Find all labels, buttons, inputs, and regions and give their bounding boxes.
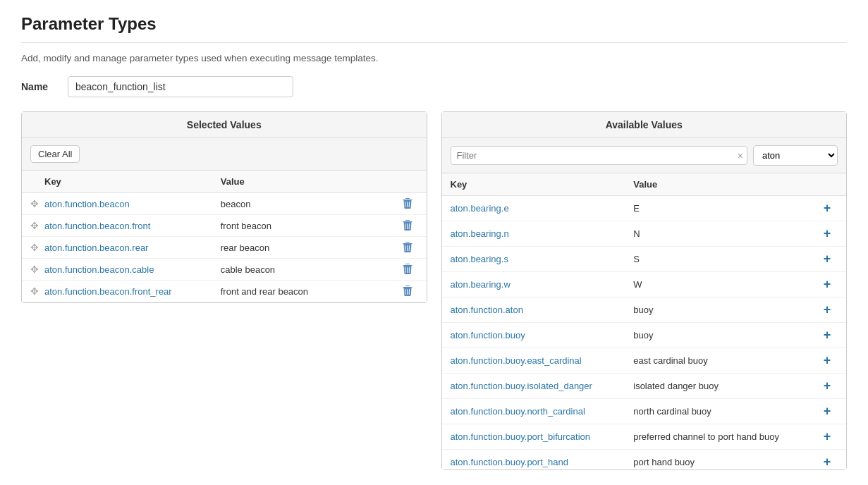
plus-icon: + [824,226,831,241]
row-value: preferred channel to port hand buoy [633,431,817,442]
table-row: aton.function.buoy.north_cardinal north … [442,399,847,424]
table-row: aton.function.aton buoy + [442,297,847,323]
table-row: aton.function.buoy buoy + [442,323,847,348]
category-select[interactable]: atonall [753,145,838,166]
selected-panel-title: Selected Values [22,112,427,138]
table-row: ✥ aton.function.beacon beacon [22,193,427,215]
drag-handle-icon[interactable]: ✥ [30,198,44,209]
table-row: aton.function.buoy.isolated_danger isola… [442,374,847,399]
selected-rows-container: ✥ aton.function.beacon beacon ✥ aton.fun… [22,193,427,302]
selected-col-key: Key [44,176,221,187]
table-row: ✥ aton.function.beacon.rear rear beacon [22,237,427,259]
name-input[interactable] [68,76,293,97]
add-button[interactable]: + [817,252,838,266]
drag-handle-icon[interactable]: ✥ [30,242,44,253]
row-key[interactable]: aton.function.aton [451,305,634,315]
available-values-panel: Available Values × atonall Key Value ato… [441,111,848,470]
row-key[interactable]: aton.function.beacon.rear [44,242,221,253]
drag-handle-icon[interactable]: ✥ [30,264,44,275]
row-value: W [633,279,817,290]
delete-button[interactable] [397,286,418,297]
table-row: aton.function.buoy.east_cardinal east ca… [442,348,847,374]
trash-icon [402,198,413,209]
row-key[interactable]: aton.function.buoy.port_hand [451,457,634,467]
selected-panel-toolbar: Clear All [22,138,427,171]
row-key[interactable]: aton.function.buoy [451,330,634,340]
table-row: aton.bearing.e E + [442,196,847,221]
row-value: isolated danger buoy [633,381,817,391]
add-button[interactable]: + [817,455,838,469]
name-label: Name [21,81,56,92]
available-table-header: Key Value [442,173,847,196]
row-value: front and rear beacon [221,286,397,297]
available-panel-toolbar: × atonall [442,138,847,173]
available-col-value: Value [633,179,817,190]
plus-icon: + [824,252,831,266]
add-button[interactable]: + [817,328,838,343]
delete-button[interactable] [397,264,418,275]
filter-input[interactable] [451,146,748,165]
table-row: ✥ aton.function.beacon.front_rear front … [22,281,427,302]
filter-clear-button[interactable]: × [738,150,743,161]
drag-handle-icon[interactable]: ✥ [30,286,44,297]
plus-icon: + [824,455,831,469]
available-table-body: Key Value aton.bearing.e E + aton.bearin… [442,173,847,469]
row-key[interactable]: aton.bearing.s [451,254,634,264]
plus-icon: + [824,328,831,343]
row-value: cable beacon [221,264,397,275]
selected-col-value: Value [221,176,397,187]
clear-all-button[interactable]: Clear All [30,145,80,163]
row-value: buoy [633,305,817,315]
trash-icon [402,286,413,297]
row-key[interactable]: aton.function.buoy.east_cardinal [451,355,634,366]
drag-handle-icon[interactable]: ✥ [30,220,44,231]
row-value: port hand buoy [633,457,817,467]
row-value: east cardinal buoy [633,355,817,366]
add-button[interactable]: + [817,277,838,292]
table-row: aton.bearing.w W + [442,272,847,297]
table-row: aton.function.buoy.port_bifurcation pref… [442,424,847,450]
row-value: N [633,228,817,239]
row-value: front beacon [221,221,397,231]
filter-wrapper: × [451,146,748,165]
row-key[interactable]: aton.bearing.w [451,279,634,290]
selected-table-body: Key Value ✥ aton.function.beacon beacon … [22,171,427,302]
plus-icon: + [824,379,831,393]
add-button[interactable]: + [817,302,838,317]
row-key[interactable]: aton.function.beacon.front [44,221,221,231]
row-key[interactable]: aton.function.beacon.front_rear [44,286,221,297]
row-key[interactable]: aton.function.buoy.isolated_danger [451,381,634,391]
plus-icon: + [824,353,831,368]
delete-button[interactable] [397,220,418,231]
table-row: ✥ aton.function.beacon.cable cable beaco… [22,259,427,281]
trash-icon [402,220,413,231]
trash-icon [402,242,413,253]
selected-table-header: Key Value [22,171,427,193]
row-value: rear beacon [221,242,397,253]
add-button[interactable]: + [817,201,838,216]
plus-icon: + [824,201,831,216]
page-subtitle: Add, modify and manage parameter types u… [21,53,847,63]
table-row: ✥ aton.function.beacon.front front beaco… [22,215,427,237]
row-value: beacon [221,199,397,209]
row-key[interactable]: aton.function.beacon [44,199,221,209]
available-panel-title: Available Values [442,112,847,138]
add-button[interactable]: + [817,379,838,393]
add-button[interactable]: + [817,429,838,444]
row-key[interactable]: aton.function.buoy.port_bifurcation [451,431,634,442]
delete-button[interactable] [397,242,418,253]
delete-button[interactable] [397,198,418,209]
row-key[interactable]: aton.function.buoy.north_cardinal [451,406,634,417]
selected-values-panel: Selected Values Clear All Key Value ✥ at… [21,111,427,303]
trash-icon [402,264,413,275]
row-key[interactable]: aton.bearing.n [451,228,634,239]
row-key[interactable]: aton.bearing.e [451,203,634,214]
add-button[interactable]: + [817,226,838,241]
add-button[interactable]: + [817,404,838,419]
row-value: S [633,254,817,264]
plus-icon: + [824,302,831,317]
row-value: buoy [633,330,817,340]
plus-icon: + [824,404,831,419]
add-button[interactable]: + [817,353,838,368]
row-key[interactable]: aton.function.beacon.cable [44,264,221,275]
